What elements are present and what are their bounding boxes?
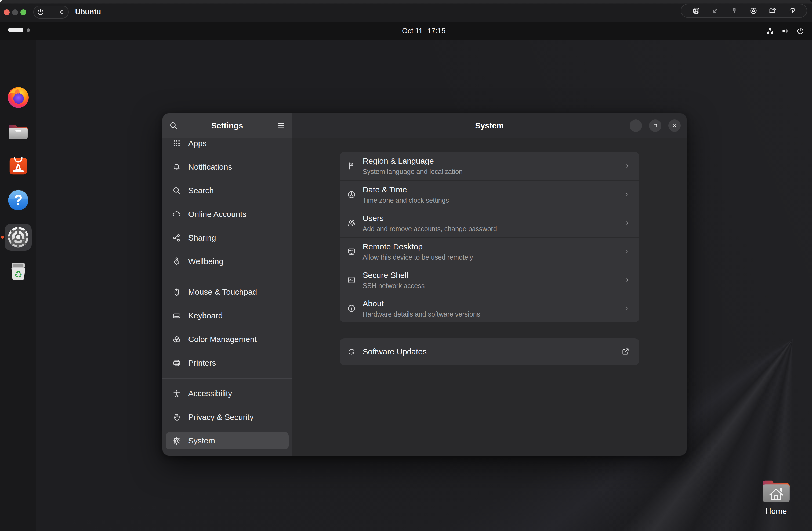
row-text-block: Remote DesktopAllow this device to be us… <box>363 242 473 261</box>
settings-row-region-language[interactable]: Region & LanguageSystem language and loc… <box>340 152 639 180</box>
settings-row-remote-desktop[interactable]: Remote DesktopAllow this device to be us… <box>340 237 639 265</box>
pause-icon[interactable] <box>47 8 55 16</box>
sidebar-item-printers[interactable]: Printers <box>166 354 289 371</box>
clock-time: 17:15 <box>427 27 446 35</box>
main-headerbar: System <box>292 113 686 138</box>
row-subtitle: Add and remove accounts, change password <box>363 225 497 233</box>
chevron-right-icon <box>624 219 630 227</box>
help-icon: ? <box>7 189 30 212</box>
displays-icon[interactable] <box>787 7 796 15</box>
sidebar-item-accessibility[interactable]: Accessibility <box>166 385 289 402</box>
close-window-button[interactable] <box>668 119 681 132</box>
flag-icon <box>347 161 356 171</box>
settings-row-secure-shell[interactable]: Secure ShellSSH network access <box>340 265 639 294</box>
usb-icon[interactable] <box>730 7 738 15</box>
files-icon <box>7 120 30 143</box>
sidebar-item-label: Sharing <box>188 233 216 242</box>
system-status-menu[interactable] <box>766 22 804 40</box>
sidebar-item-system[interactable]: System <box>166 432 289 449</box>
users-icon <box>347 219 356 228</box>
sidebar-title: Settings <box>178 121 276 130</box>
firefox-icon <box>7 86 30 109</box>
settings-row-date-time[interactable]: Date & TimeTime zone and clock settings <box>340 180 639 209</box>
software-updates-row[interactable]: Software Updates <box>340 338 639 365</box>
remote-desktop-icon <box>347 247 356 256</box>
row-text-block: Secure ShellSSH network access <box>363 270 425 290</box>
software-updates-label: Software Updates <box>363 347 427 356</box>
network-icon[interactable] <box>766 27 774 35</box>
settings-row-about[interactable]: AboutHardware details and software versi… <box>340 294 639 322</box>
close-button[interactable] <box>4 10 10 15</box>
chevron-right-icon <box>624 162 630 170</box>
row-title: Secure Shell <box>363 270 425 280</box>
sidebar-item-notifications[interactable]: Notifications <box>166 158 289 176</box>
sidebar-item-wellbeing[interactable]: Wellbeing <box>166 253 289 270</box>
sidebar-item-color-management[interactable]: Color Management <box>166 331 289 348</box>
dock-item-firefox[interactable] <box>7 86 30 109</box>
resize-icon[interactable] <box>711 7 719 15</box>
settings-sidebar: Settings AppsNotificationsSearchOnline A… <box>162 113 292 456</box>
bell-icon <box>172 162 181 172</box>
sidebar-divider <box>162 277 292 277</box>
sidebar-item-online-accounts[interactable]: Online Accounts <box>166 206 289 223</box>
printer-icon <box>172 358 181 368</box>
chevron-right-icon <box>624 304 630 313</box>
refresh-icon <box>347 347 356 356</box>
system-settings-card: Region & LanguageSystem language and loc… <box>340 152 639 322</box>
row-title: Remote Desktop <box>363 242 473 251</box>
system-page-content: Region & LanguageSystem language and loc… <box>292 138 686 456</box>
chevron-right-icon <box>624 190 630 199</box>
home-folder-label: Home <box>761 506 792 516</box>
app-center-icon: A <box>7 154 30 177</box>
trash-icon: ♻ <box>7 260 30 283</box>
workspace-indicator-dot[interactable] <box>27 28 30 32</box>
disc-icon[interactable] <box>750 7 757 15</box>
maximize-window-button[interactable] <box>649 119 661 132</box>
volume-icon[interactable] <box>781 27 789 35</box>
shared-folder-icon[interactable] <box>768 7 777 15</box>
clock-menu[interactable]: Oct 11 17:15 <box>402 22 446 40</box>
row-subtitle: Allow this device to be used remotely <box>363 253 473 261</box>
svg-text:♻: ♻ <box>14 269 22 280</box>
hand-icon <box>172 413 181 422</box>
zoom-button[interactable] <box>20 10 26 15</box>
info-icon <box>347 304 356 313</box>
sidebar-item-label: Privacy & Security <box>188 413 253 422</box>
hamburger-menu-icon[interactable] <box>276 121 286 130</box>
search-icon <box>172 186 181 195</box>
external-link-icon <box>621 348 630 356</box>
sidebar-item-search[interactable]: Search <box>166 182 289 199</box>
search-icon[interactable] <box>169 121 178 130</box>
row-title: Region & Language <box>363 157 463 166</box>
sidebar-item-sharing[interactable]: Sharing <box>166 229 289 247</box>
svg-text:A: A <box>14 162 22 174</box>
page-title: System <box>475 121 504 130</box>
command-icon[interactable] <box>692 7 700 15</box>
sidebar-item-privacy-security[interactable]: Privacy & Security <box>166 409 289 426</box>
dock-item-help[interactable]: ? <box>7 189 30 212</box>
clock-date: Oct 11 <box>402 27 423 35</box>
sidebar-item-label: Search <box>188 186 214 195</box>
accessibility-icon <box>172 389 181 398</box>
dock-item-app-center[interactable]: A <box>7 154 30 177</box>
settings-row-users[interactable]: UsersAdd and remove accounts, change pas… <box>340 209 639 237</box>
workspace-indicator-active[interactable] <box>8 28 23 32</box>
chevron-right-icon <box>624 247 630 256</box>
dock-item-settings[interactable] <box>6 225 30 249</box>
power-icon[interactable] <box>37 8 45 16</box>
dock-item-files[interactable] <box>7 120 30 143</box>
sidebar-item-keyboard[interactable]: Keyboard <box>166 307 289 324</box>
sidebar-item-mouse-touchpad[interactable]: Mouse & Touchpad <box>166 283 289 301</box>
screen: Ubuntu Oct 11 17:15 A?♻ <box>0 0 812 531</box>
keyboard-icon <box>172 311 181 320</box>
power-circle-icon[interactable] <box>796 27 804 35</box>
minimize-button[interactable] <box>12 10 18 15</box>
row-subtitle: System language and localization <box>363 168 463 176</box>
wellbeing-icon <box>172 257 181 266</box>
minimize-window-button[interactable] <box>630 119 642 132</box>
back-icon[interactable] <box>58 8 66 16</box>
row-text-block: Region & LanguageSystem language and loc… <box>363 157 463 176</box>
home-folder-shortcut[interactable]: Home <box>761 477 792 516</box>
sidebar-item-apps[interactable]: Apps <box>166 138 289 152</box>
dock-item-trash[interactable]: ♻ <box>7 260 30 283</box>
